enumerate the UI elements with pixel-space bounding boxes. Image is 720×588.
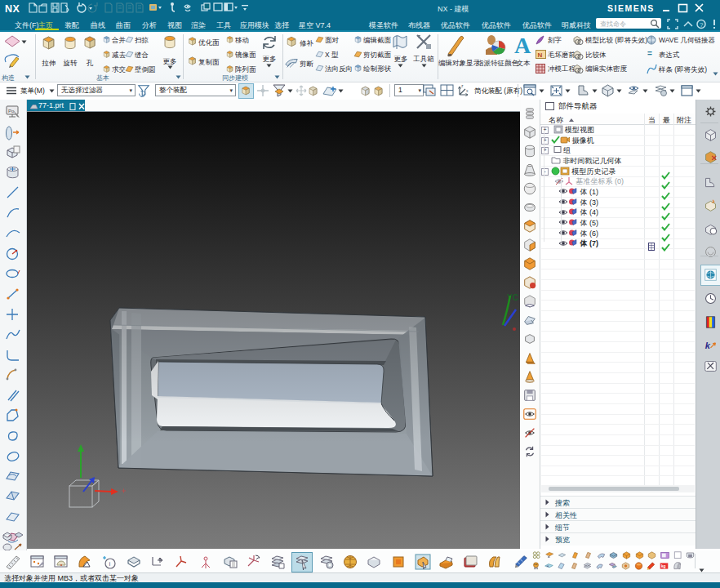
svg-text:Po: Po xyxy=(8,109,15,114)
svg-text:N: N xyxy=(538,51,543,58)
svg-text:?: ? xyxy=(700,21,704,29)
svg-text:kg: kg xyxy=(661,564,666,568)
svg-text:i: i xyxy=(109,560,111,568)
svg-text:z: z xyxy=(461,83,464,88)
svg-text:k: k xyxy=(705,341,711,350)
svg-text:x: x xyxy=(466,88,469,93)
